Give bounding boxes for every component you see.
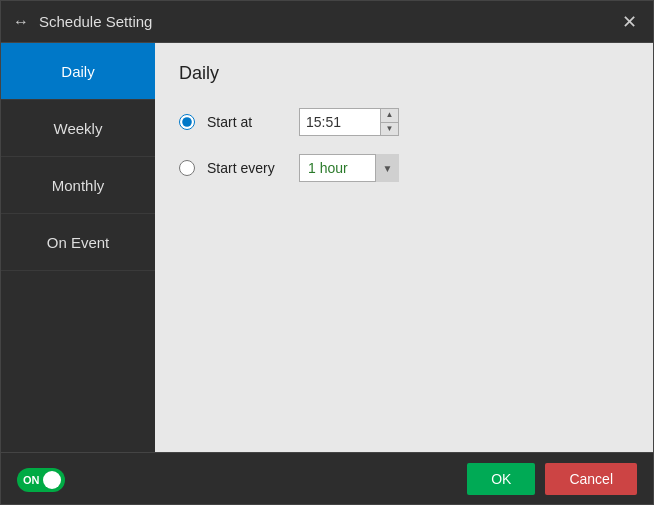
sidebar-item-label-weekly: Weekly — [54, 120, 103, 137]
sidebar-item-label-monthly: Monthly — [52, 177, 105, 194]
cancel-button[interactable]: Cancel — [545, 463, 637, 495]
dialog-title: Schedule Setting — [39, 13, 608, 30]
sidebar: Daily Weekly Monthly On Event — [1, 43, 155, 452]
close-button[interactable]: ✕ — [618, 9, 641, 35]
main-content: Daily Start at ▲ ▼ Start every — [155, 43, 653, 452]
start-at-label: Start at — [207, 114, 287, 130]
start-at-row: Start at ▲ ▼ — [179, 108, 629, 136]
ok-button[interactable]: OK — [467, 463, 535, 495]
start-every-row: Start every 1 hour 2 hours 3 hours 6 hou… — [179, 154, 629, 182]
spin-up-button[interactable]: ▲ — [381, 109, 398, 123]
sidebar-item-daily[interactable]: Daily — [1, 43, 155, 100]
start-every-radio[interactable] — [179, 160, 195, 176]
sidebar-item-on-event[interactable]: On Event — [1, 214, 155, 271]
content-title: Daily — [179, 63, 629, 84]
schedule-icon: ↔ — [13, 13, 29, 31]
sidebar-item-label-on-event: On Event — [47, 234, 110, 251]
interval-dropdown[interactable]: 1 hour 2 hours 3 hours 6 hours 12 hours — [299, 154, 399, 182]
toggle-wrapper: ON — [17, 468, 65, 492]
toggle-thumb — [43, 471, 61, 489]
time-input-wrapper: ▲ ▼ — [299, 108, 399, 136]
spin-down-button[interactable]: ▼ — [381, 123, 398, 136]
spin-buttons: ▲ ▼ — [380, 109, 398, 135]
footer: ON OK Cancel — [1, 452, 653, 504]
dialog-body: Daily Weekly Monthly On Event Daily Star… — [1, 43, 653, 452]
title-bar: ↔ Schedule Setting ✕ — [1, 1, 653, 43]
time-input[interactable] — [300, 109, 380, 135]
sidebar-item-label-daily: Daily — [61, 63, 94, 80]
sidebar-item-weekly[interactable]: Weekly — [1, 100, 155, 157]
interval-dropdown-wrapper: 1 hour 2 hours 3 hours 6 hours 12 hours … — [299, 154, 399, 182]
schedule-setting-dialog: ↔ Schedule Setting ✕ Daily Weekly Monthl… — [0, 0, 654, 505]
toggle-label: ON — [23, 474, 40, 486]
start-at-radio[interactable] — [179, 114, 195, 130]
start-every-label: Start every — [207, 160, 287, 176]
on-off-toggle[interactable]: ON — [17, 468, 65, 492]
sidebar-item-monthly[interactable]: Monthly — [1, 157, 155, 214]
